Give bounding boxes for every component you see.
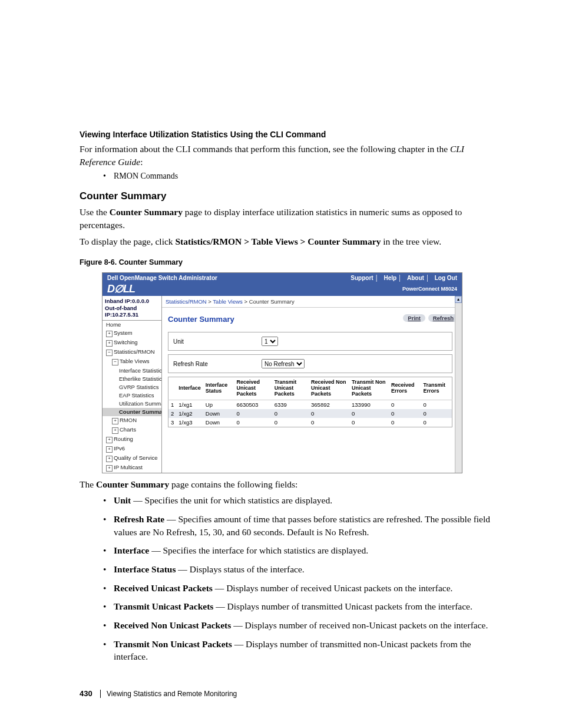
tree-routing[interactable]: +Routing — [103, 435, 161, 444]
bullet-icon: • — [103, 172, 114, 181]
col-interface: Interface — [176, 377, 203, 400]
field-item: •Interface Status — Displays status of t… — [103, 563, 491, 576]
expand-icon[interactable]: + — [106, 456, 113, 462]
tree-rmon[interactable]: +RMON — [103, 416, 161, 426]
bullet-icon: • — [103, 513, 114, 538]
collapse-icon[interactable]: − — [112, 359, 118, 365]
field-item: •Received Unicast Packets — Displays num… — [103, 582, 491, 595]
expand-icon[interactable]: + — [112, 427, 118, 434]
outofband-ip: Out-of-band IP:10.27.5.31 — [105, 305, 159, 318]
table-row: 21/xg2Down000000 — [168, 409, 452, 418]
bullet-icon: • — [103, 494, 114, 507]
support-link[interactable]: Support — [351, 275, 373, 281]
col-transmit-errors: Transmit Errors — [421, 377, 452, 400]
collapse-icon[interactable]: − — [106, 350, 113, 356]
text: in the tree view. — [381, 236, 441, 246]
refresh-rate-select[interactable]: No Refresh — [262, 359, 305, 368]
text: The — [80, 479, 96, 489]
breadcrumb-link[interactable]: Table Views — [213, 298, 243, 305]
table-row: 31/xg3Down000000 — [168, 418, 452, 427]
table-row: 11/xg1Up6630503633936589213399000 — [168, 400, 452, 410]
refresh-rate-label: Refresh Rate — [173, 361, 262, 367]
tree-table-views[interactable]: −Table Views — [103, 357, 161, 367]
page-title: Counter Summary — [168, 315, 234, 324]
paragraph: For information about the CLI commands t… — [80, 143, 491, 168]
page-footer: 430 Viewing Statistics and Remote Monito… — [80, 686, 491, 698]
text: : — [140, 157, 143, 167]
expand-icon[interactable]: + — [106, 446, 113, 453]
page-name: Counter Summary — [110, 207, 183, 217]
tree-counter-summary[interactable]: Counter Summary — [103, 408, 161, 416]
scroll-up-icon[interactable]: ▴ — [455, 296, 462, 303]
bullet-icon: • — [103, 544, 114, 557]
dell-logo: D∅LL — [107, 282, 135, 295]
bullet-item: • RMON Commands — [103, 172, 491, 181]
breadcrumb: Statistics/RMON > Table Views > Counter … — [162, 296, 462, 308]
app-title: Dell OpenManage Switch Administrator — [107, 275, 217, 281]
tree-eap-statistics[interactable]: EAP Statistics — [103, 391, 161, 400]
tree-home[interactable]: Home — [103, 321, 161, 329]
content-pane: Statistics/RMON > Table Views > Counter … — [162, 296, 462, 472]
logout-link[interactable]: Log Out — [435, 275, 457, 281]
tree-qos[interactable]: +Quality of Service — [103, 454, 161, 463]
footer-title: Viewing Statistics and Remote Monitoring — [107, 690, 237, 698]
col-interface-status: Interface Status — [203, 377, 234, 400]
bullet-icon: • — [103, 600, 114, 613]
refresh-button[interactable]: Refresh — [428, 314, 458, 322]
ip-info: Inband IP:0.0.0.0 Out-of-band IP:10.27.5… — [103, 296, 161, 320]
tree-utilization-summary[interactable]: Utilization Summary — [103, 400, 161, 408]
tree-switching[interactable]: +Switching — [103, 338, 161, 348]
refresh-rate-box: Refresh Rate No Refresh — [168, 354, 452, 373]
print-button[interactable]: Print — [403, 314, 425, 322]
about-link[interactable]: About — [407, 275, 424, 281]
col-received-errors: Received Errors — [389, 377, 421, 400]
tree-ip-multicast[interactable]: +IP Multicast — [103, 463, 161, 473]
subsection-heading: Viewing Interface Utilization Statistics… — [80, 130, 491, 139]
tree-system[interactable]: +System — [103, 329, 161, 338]
field-item: •Refresh Rate — Specifies amount of time… — [103, 513, 491, 538]
unit-select[interactable]: 1 — [262, 337, 278, 346]
paragraph: The Counter Summary page contains the fo… — [80, 478, 491, 491]
bullet-icon: • — [103, 638, 114, 663]
expand-icon[interactable]: + — [106, 340, 113, 347]
logo-bar: D∅LL PowerConnect M8024 — [103, 283, 462, 296]
field-item: •Received Non Unicast Packets — Displays… — [103, 619, 491, 632]
breadcrumb-link[interactable]: Statistics/RMON — [166, 298, 207, 305]
bullet-icon: • — [103, 619, 114, 632]
nav-tree[interactable]: Inband IP:0.0.0.0 Out-of-band IP:10.27.5… — [103, 296, 162, 472]
paragraph: To display the page, click Statistics/RM… — [80, 235, 491, 248]
page-number: 430 — [80, 689, 92, 698]
expand-icon[interactable]: + — [106, 437, 113, 443]
expand-icon[interactable]: + — [106, 465, 113, 472]
col-transmit-non-unicast: Transmit Non Unicast Packets — [349, 377, 389, 400]
paragraph: Use the Counter Summary page to display … — [80, 206, 491, 231]
bullet-icon: • — [103, 563, 114, 576]
help-link[interactable]: Help — [384, 275, 396, 281]
app-topbar: Dell OpenManage Switch Administrator Sup… — [103, 273, 462, 283]
product-name: PowerConnect M8024 — [402, 286, 457, 292]
section-heading: Counter Summary — [80, 190, 491, 202]
field-item: •Unit — Specifies the unit for which sta… — [103, 494, 491, 507]
tree-ipv6[interactable]: +IPv6 — [103, 444, 161, 454]
tree-charts[interactable]: +Charts — [103, 426, 161, 435]
scrollbar[interactable]: ▴ — [455, 296, 462, 472]
bullet-icon: • — [103, 582, 114, 595]
figure-caption: Figure 8-6. Counter Summary — [80, 258, 491, 266]
text: page contains the following fields: — [169, 479, 297, 489]
field-item: •Transmit Unicast Packets — Displays num… — [103, 600, 491, 613]
tree-interface-statistics[interactable]: Interface Statistics — [103, 367, 161, 375]
tree-gvrp-statistics[interactable]: GVRP Statistics — [103, 383, 161, 391]
expand-icon[interactable]: + — [106, 331, 113, 337]
bullet-list: • RMON Commands — [103, 172, 491, 181]
nav-path: Statistics/RMON > Table Views > Counter … — [175, 236, 381, 246]
text: For information about the CLI commands t… — [80, 144, 450, 154]
expand-icon[interactable]: + — [112, 418, 118, 424]
page-name: Counter Summary — [96, 479, 169, 489]
breadcrumb-current: Counter Summary — [249, 298, 295, 305]
text: To display the page, click — [80, 236, 175, 246]
tree-statistics-rmon[interactable]: −Statistics/RMON — [103, 348, 161, 357]
field-list: •Unit — Specifies the unit for which sta… — [103, 494, 491, 663]
text: Use the — [80, 207, 110, 217]
tree-etherlike-statistics[interactable]: Etherlike Statistics — [103, 375, 161, 383]
counter-table: Interface Interface Status Received Unic… — [168, 377, 452, 427]
